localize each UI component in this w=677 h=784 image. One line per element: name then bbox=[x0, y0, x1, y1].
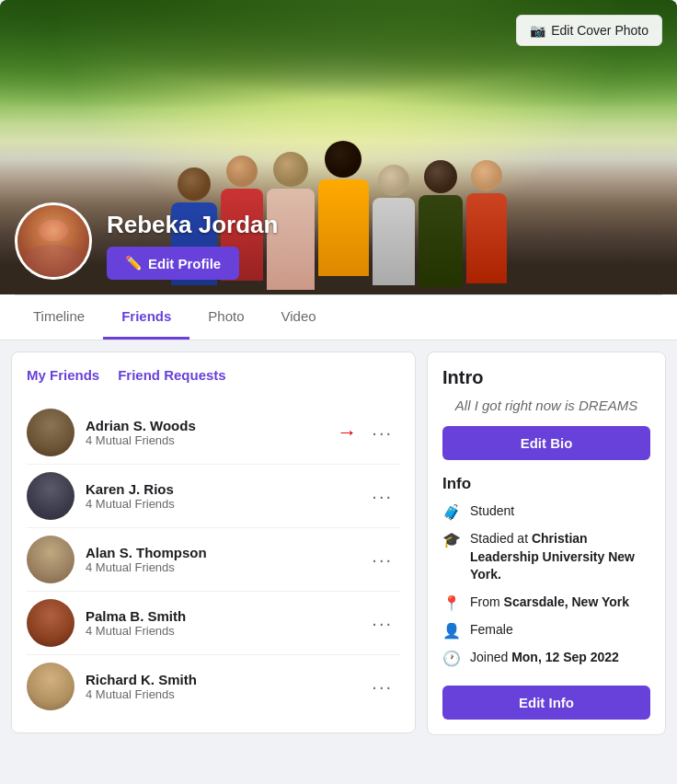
friend-info-1: Adrian S. Woods 4 Mutual Friends bbox=[86, 418, 337, 447]
left-column: My Friends Friend Requests Adrian S. Woo… bbox=[11, 352, 416, 735]
friend-name-3: Alan S. Thompson bbox=[86, 545, 364, 560]
location-icon: 📍 bbox=[442, 594, 461, 612]
intro-title: Intro bbox=[442, 367, 650, 388]
friends-section: My Friends Friend Requests Adrian S. Woo… bbox=[11, 352, 416, 733]
friend-mutual-4: 4 Mutual Friends bbox=[86, 624, 364, 638]
main-content: My Friends Friend Requests Adrian S. Woo… bbox=[0, 340, 677, 746]
friend-info-3: Alan S. Thompson 4 Mutual Friends bbox=[86, 545, 364, 574]
tab-photo[interactable]: Photo bbox=[189, 295, 262, 340]
info-location: From Scarsdale, New York bbox=[470, 594, 650, 612]
friend-avatar-2 bbox=[27, 472, 75, 520]
info-row-occupation: 🧳 Student bbox=[442, 502, 650, 521]
tab-timeline[interactable]: Timeline bbox=[15, 295, 103, 340]
info-occupation: Student bbox=[470, 502, 650, 521]
info-row-gender: 👤 Female bbox=[442, 621, 650, 640]
friend-item: Richard K. Smith 4 Mutual Friends ··· bbox=[27, 655, 400, 718]
info-joined: Joined Mon, 12 Sep 2022 bbox=[470, 649, 650, 667]
friends-tabs: My Friends Friend Requests bbox=[27, 367, 400, 386]
friend-more-3[interactable]: ··· bbox=[364, 546, 400, 574]
profile-tabs-area: Timeline Friends Photo Video bbox=[0, 294, 677, 340]
edit-info-button[interactable]: Edit Info bbox=[442, 686, 650, 720]
friend-item: Alan S. Thompson 4 Mutual Friends ··· bbox=[27, 528, 400, 592]
intro-section: Intro All I got right now is DREAMS Edit… bbox=[427, 352, 666, 735]
pencil-icon: ✏️ bbox=[125, 255, 143, 271]
friend-mutual-3: 4 Mutual Friends bbox=[86, 560, 364, 574]
friend-mutual-1: 4 Mutual Friends bbox=[86, 433, 337, 447]
friend-info-2: Karen J. Rios 4 Mutual Friends bbox=[86, 481, 364, 511]
info-gender: Female bbox=[470, 621, 650, 640]
friend-more-4[interactable]: ··· bbox=[364, 609, 400, 638]
graduation-icon: 🎓 bbox=[442, 531, 461, 548]
friend-info-4: Palma B. Smith 4 Mutual Friends bbox=[86, 608, 364, 638]
info-row-education: 🎓 Stadied at Christian Leadership Univer… bbox=[442, 530, 650, 584]
info-section-title: Info bbox=[442, 475, 650, 493]
briefcase-icon: 🧳 bbox=[442, 503, 461, 521]
info-row-location: 📍 From Scarsdale, New York bbox=[442, 594, 650, 612]
friend-avatar-1 bbox=[27, 409, 75, 456]
edit-cover-photo-button[interactable]: 📷 Edit Cover Photo bbox=[516, 15, 662, 46]
friend-name-2: Karen J. Rios bbox=[86, 481, 364, 497]
edit-bio-button[interactable]: Edit Bio bbox=[442, 426, 650, 460]
friend-name-4: Palma B. Smith bbox=[86, 608, 364, 624]
cover-area: 📷 Edit Cover Photo Rebeka Jordan ✏️ Edit… bbox=[0, 0, 677, 294]
camera-icon: 📷 bbox=[530, 23, 545, 38]
tab-friends[interactable]: Friends bbox=[103, 295, 189, 340]
friend-name-5: Richard K. Smith bbox=[86, 672, 364, 687]
right-column: Intro All I got right now is DREAMS Edit… bbox=[427, 352, 666, 735]
friend-item: Karen J. Rios 4 Mutual Friends ··· bbox=[27, 465, 400, 528]
profile-name-area: Rebeka Jordan ✏️ Edit Profile bbox=[107, 211, 278, 280]
friend-info-5: Richard K. Smith 4 Mutual Friends bbox=[86, 672, 364, 701]
clock-icon: 🕐 bbox=[442, 650, 461, 667]
edit-cover-label: Edit Cover Photo bbox=[551, 23, 648, 38]
friend-avatar-5 bbox=[27, 663, 75, 710]
friend-name-1: Adrian S. Woods bbox=[86, 418, 337, 433]
edit-profile-label: Edit Profile bbox=[148, 256, 221, 271]
profile-name: Rebeka Jordan bbox=[107, 211, 278, 239]
avatar bbox=[15, 202, 92, 280]
friend-mutual-2: 4 Mutual Friends bbox=[86, 497, 364, 511]
intro-bio: All I got right now is DREAMS bbox=[442, 398, 650, 413]
friend-more-1[interactable]: ··· bbox=[364, 419, 400, 447]
friend-requests-tab[interactable]: Friend Requests bbox=[118, 367, 226, 386]
friend-avatar-4 bbox=[27, 599, 75, 647]
friend-avatar-3 bbox=[27, 536, 75, 583]
tabs-row: Timeline Friends Photo Video bbox=[15, 294, 662, 340]
edit-profile-button[interactable]: ✏️ Edit Profile bbox=[107, 247, 239, 280]
info-education: Stadied at Christian Leadership Universi… bbox=[470, 530, 650, 584]
my-friends-tab[interactable]: My Friends bbox=[27, 367, 99, 386]
tab-video[interactable]: Video bbox=[263, 295, 335, 340]
friend-more-5[interactable]: ··· bbox=[364, 673, 400, 701]
friend-mutual-5: 4 Mutual Friends bbox=[86, 687, 364, 701]
gender-icon: 👤 bbox=[442, 622, 461, 640]
info-row-joined: 🕐 Joined Mon, 12 Sep 2022 bbox=[442, 649, 650, 667]
red-arrow-icon: → bbox=[337, 421, 357, 444]
friend-item: Palma B. Smith 4 Mutual Friends ··· bbox=[27, 592, 400, 655]
friend-more-2[interactable]: ··· bbox=[364, 482, 400, 511]
friend-item: Adrian S. Woods 4 Mutual Friends → ··· bbox=[27, 401, 400, 465]
